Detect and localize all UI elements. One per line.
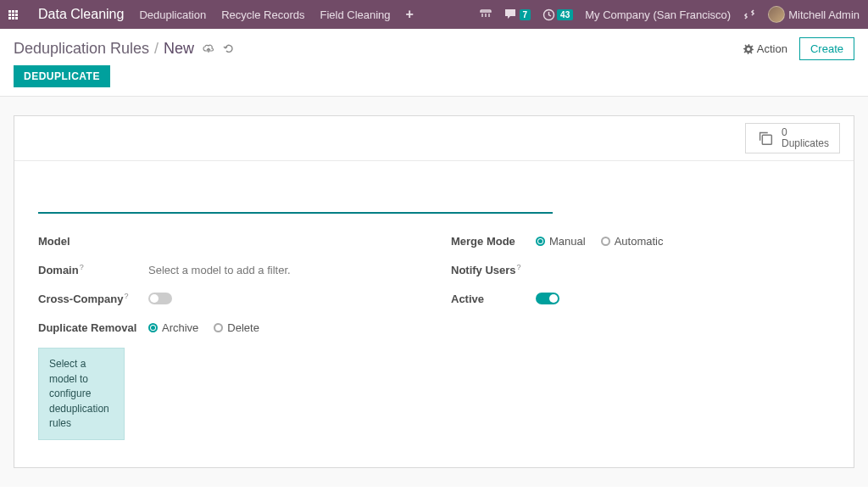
debug-icon[interactable]: [743, 8, 756, 21]
user-name: Mitchell Admin: [788, 8, 860, 21]
nav-deduplication[interactable]: Deduplication: [139, 8, 206, 21]
status-bar: DEDUPLICATE: [0, 65, 868, 97]
discard-icon[interactable]: [223, 43, 234, 54]
cloud-save-icon[interactable]: [203, 44, 214, 54]
domain-label: Domain?: [38, 263, 148, 276]
create-button[interactable]: Create: [799, 37, 854, 60]
nav-field-cleaning[interactable]: Field Cleaning: [320, 8, 390, 21]
active-label: Active: [451, 293, 536, 305]
control-panel: Deduplication Rules / New Action Create: [0, 29, 868, 65]
model-label: Model: [38, 235, 148, 248]
breadcrumb-root[interactable]: Deduplication Rules: [14, 40, 149, 58]
nav-right: 7 43 My Company (San Francisco) Mitchell…: [479, 6, 860, 23]
merge-mode-label: Merge Mode: [451, 235, 536, 248]
cross-company-label: Cross-Company?: [38, 292, 148, 305]
stat-label: Duplicates: [782, 138, 829, 149]
merge-automatic-radio[interactable]: Automatic: [601, 235, 664, 248]
apps-icon[interactable]: [8, 10, 18, 20]
domain-hint: Select a model to add a filter.: [148, 264, 291, 276]
nav-recycle-records[interactable]: Recycle Records: [221, 8, 304, 21]
nav-add-icon[interactable]: +: [406, 7, 414, 22]
merge-manual-radio[interactable]: Manual: [536, 235, 586, 248]
deduplicate-button[interactable]: DEDUPLICATE: [14, 65, 110, 87]
copy-icon: [756, 129, 775, 148]
duplicate-removal-label: Duplicate Removal: [38, 321, 148, 334]
cp-right: Action Create: [743, 37, 854, 60]
svg-rect-1: [762, 136, 771, 145]
messages-icon[interactable]: 7: [504, 8, 531, 20]
notify-users-label: Notify Users?: [451, 263, 536, 276]
active-toggle[interactable]: [536, 293, 559, 304]
user-menu[interactable]: Mitchell Admin: [768, 6, 860, 23]
form-columns: Model Domain? Select a model to add a fi…: [38, 232, 830, 440]
name-input[interactable]: [38, 178, 553, 214]
avatar-icon: [768, 6, 785, 23]
removal-archive-radio[interactable]: Archive: [148, 321, 198, 334]
activities-badge: 43: [557, 9, 573, 20]
right-column: Merge Mode Manual Automatic: [451, 232, 830, 440]
navbar: Data Cleaning Deduplication Recycle Reco…: [0, 0, 868, 29]
form-sheet: 0 Duplicates Model Domain? Select a mode…: [14, 115, 854, 468]
action-button[interactable]: Action: [743, 42, 787, 55]
left-column: Model Domain? Select a model to add a fi…: [38, 232, 417, 440]
removal-delete-radio[interactable]: Delete: [214, 321, 259, 334]
sheet-body: Model Domain? Select a model to add a fi…: [14, 161, 854, 467]
duplicates-stat-button[interactable]: 0 Duplicates: [745, 123, 840, 153]
phone-icon[interactable]: [479, 8, 492, 20]
brand: Data Cleaning: [38, 7, 124, 22]
messages-badge: 7: [520, 9, 531, 20]
breadcrumb-current: New: [164, 40, 194, 58]
activities-icon[interactable]: 43: [542, 8, 573, 21]
form-wrap: 0 Duplicates Model Domain? Select a mode…: [0, 97, 868, 487]
nav-left: Data Cleaning Deduplication Recycle Reco…: [8, 7, 414, 22]
company-selector[interactable]: My Company (San Francisco): [585, 8, 731, 21]
sheet-header: 0 Duplicates: [14, 116, 854, 161]
gear-icon: [743, 44, 754, 54]
config-hint-box: Select a model to configure deduplicatio…: [38, 348, 125, 440]
cross-company-toggle[interactable]: [148, 293, 172, 304]
breadcrumb: Deduplication Rules / New: [14, 40, 234, 58]
breadcrumb-sep: /: [154, 40, 159, 58]
